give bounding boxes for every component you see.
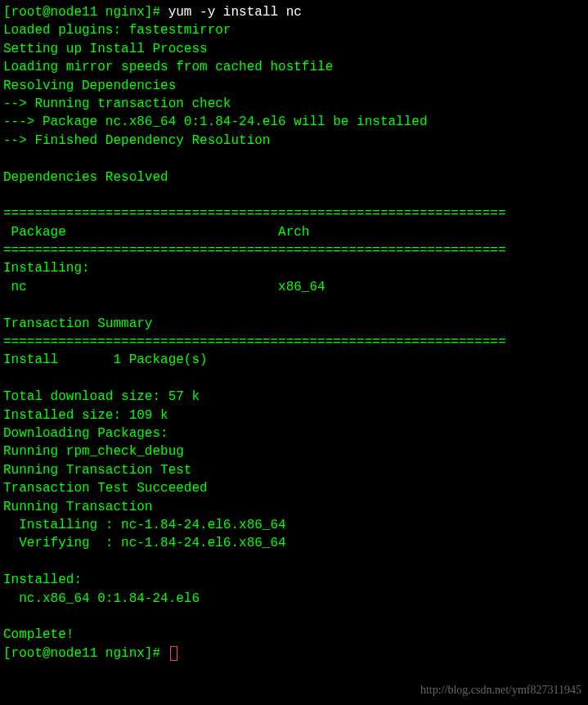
output-line: --> Running transaction check [3,95,585,113]
downloading-label: Downloading Packages: [3,424,585,442]
table-separator: ========================================… [3,241,585,259]
prompt-bracket-close: ]# [145,5,160,20]
output-line: Loaded plugins: fastestmirror [3,21,585,39]
table-separator: ========================================… [3,333,585,351]
prompt-bracket-close: ]# [145,646,160,661]
verifying-pkg: Verifying : nc-1.84-24.el6.x86_64 [3,534,585,552]
prompt-line-1: [root@node11 nginx]# yum -y install nc [3,3,585,21]
blank-line [3,150,585,168]
installing-label: Installing: [3,259,585,277]
prompt-user-host: root@node11 nginx [11,5,145,20]
package-row: nc x86_64 [3,278,585,296]
installed-size: Installed size: 109 k [3,406,585,424]
download-size: Total download size: 57 k [3,388,585,406]
complete-label: Complete! [3,626,585,644]
blank-line [3,186,585,204]
output-line: Loading mirror speeds from cached hostfi… [3,58,585,76]
installed-pkg: nc.x86_64 0:1.84-24.el6 [3,590,585,608]
trans-succeed: Transaction Test Succeeded [3,479,585,497]
table-separator: ========================================… [3,204,585,222]
prompt-bracket-open: [ [3,646,11,661]
cursor-icon [170,646,177,661]
installing-pkg: Installing : nc-1.84-24.el6.x86_64 [3,516,585,534]
trans-test: Running Transaction Test [3,461,585,479]
prompt-bracket-open: [ [3,5,11,20]
watermark-text: http://blog.csdn.net/ymf827311945 [420,682,581,698]
install-count: Install 1 Package(s) [3,351,585,369]
prompt-line-2[interactable]: [root@node11 nginx]# [3,644,585,662]
output-line: ---> Package nc.x86_64 0:1.84-24.el6 wil… [3,113,585,131]
running-trans: Running Transaction [3,498,585,516]
blank-line [3,553,585,571]
blank-line [3,608,585,626]
prompt-user-host: root@node11 nginx [11,646,145,661]
summary-label: Transaction Summary [3,315,585,333]
blank-line [3,370,585,388]
installed-label: Installed: [3,571,585,589]
table-header: Package Arch [3,223,585,241]
output-line: --> Finished Dependency Resolution [3,132,585,150]
rpm-check: Running rpm_check_debug [3,442,585,460]
output-line: Setting up Install Process [3,40,585,58]
blank-line [3,296,585,314]
output-line: Dependencies Resolved [3,168,585,186]
command-input[interactable]: yum -y install nc [168,5,302,20]
output-line: Resolving Dependencies [3,77,585,95]
